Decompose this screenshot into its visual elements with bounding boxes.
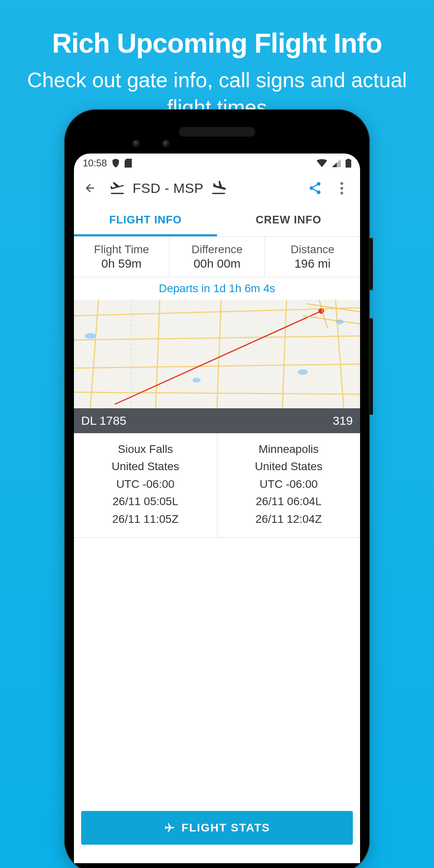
stat-distance: Distance 196 mi: [265, 237, 360, 277]
app-header: FSD - MSP: [74, 171, 360, 205]
side-button: [370, 238, 373, 290]
origin-country: United States: [77, 458, 214, 475]
svg-point-0: [317, 182, 321, 186]
flight-callsign: DL 1785: [81, 414, 126, 428]
stat-value: 196 mi: [266, 257, 358, 270]
stat-value: 0h 59m: [76, 257, 168, 270]
side-button: [370, 318, 373, 415]
status-time: 10:58: [83, 158, 107, 169]
route-label: FSD - MSP: [133, 180, 203, 196]
origin-local-time: 26/11 05:05L: [77, 493, 214, 510]
svg-point-6: [298, 369, 307, 375]
more-button[interactable]: [334, 181, 349, 195]
origin-column: Sioux Falls United States UTC -06:00 26/…: [74, 433, 217, 537]
promo-title: Rich Upcoming Flight Info: [0, 0, 434, 59]
destination-city: Minneapolis: [221, 440, 357, 458]
stats-row: Flight Time 0h 59m Difference 00h 00m Di…: [74, 237, 360, 277]
destination-local-time: 26/11 06:04L: [221, 493, 357, 510]
back-button[interactable]: [81, 179, 99, 197]
svg-point-2: [317, 190, 321, 194]
aircraft-type: 319: [333, 414, 353, 428]
tab-crew-info[interactable]: CREW INFO: [217, 205, 360, 236]
stat-difference: Difference 00h 00m: [170, 237, 265, 277]
shield-icon: [112, 159, 120, 168]
plane-takeoff-icon: [109, 180, 125, 196]
cities-row: Sioux Falls United States UTC -06:00 26/…: [74, 433, 360, 538]
tab-flight-info[interactable]: FLIGHT INFO: [74, 205, 217, 236]
flight-stats-button[interactable]: FLIGHT STATS: [81, 811, 353, 845]
stat-flight-time: Flight Time 0h 59m: [74, 237, 170, 277]
destination-zulu-time: 26/11 12:04Z: [221, 510, 357, 528]
route-map[interactable]: [74, 300, 360, 408]
app-screen: 10:58 FSD - MSP: [74, 154, 360, 863]
map-footer: DL 1785 319: [74, 408, 360, 433]
origin-city: Sioux Falls: [77, 440, 214, 458]
arrow-left-icon: [84, 182, 96, 194]
origin-zulu-time: 26/11 11:05Z: [77, 510, 214, 528]
share-icon[interactable]: [308, 181, 322, 195]
svg-point-5: [192, 378, 201, 383]
map-graphic: [74, 300, 360, 408]
signal-icon: [332, 159, 341, 167]
departs-in-label: Departs in 1d 1h 6m 4s: [74, 277, 360, 300]
camera-dot: [162, 140, 170, 148]
origin-tz: UTC -06:00: [77, 475, 214, 493]
plane-icon: [164, 822, 175, 833]
stat-label: Flight Time: [76, 243, 168, 256]
dot-icon: [340, 187, 343, 190]
plane-landing-icon: [211, 180, 227, 196]
destination-column: Minneapolis United States UTC -06:00 26/…: [217, 433, 360, 537]
flight-stats-label: FLIGHT STATS: [182, 821, 270, 834]
svg-point-7: [336, 319, 344, 324]
svg-point-1: [310, 186, 313, 190]
stat-value: 00h 00m: [171, 257, 263, 270]
svg-point-4: [84, 333, 96, 339]
stat-label: Difference: [171, 243, 263, 256]
stat-label: Distance: [266, 243, 358, 256]
tab-bar: FLIGHT INFO CREW INFO: [74, 205, 360, 237]
status-bar: 10:58: [74, 154, 360, 171]
dot-icon: [340, 192, 343, 194]
phone-frame: 10:58 FSD - MSP: [64, 109, 370, 868]
wifi-icon: [317, 159, 327, 167]
battery-icon: [346, 159, 351, 168]
dot-icon: [340, 182, 343, 185]
destination-country: United States: [221, 458, 357, 475]
destination-tz: UTC -06:00: [221, 475, 357, 493]
camera-dot: [133, 140, 141, 148]
sd-card-icon: [125, 159, 132, 168]
